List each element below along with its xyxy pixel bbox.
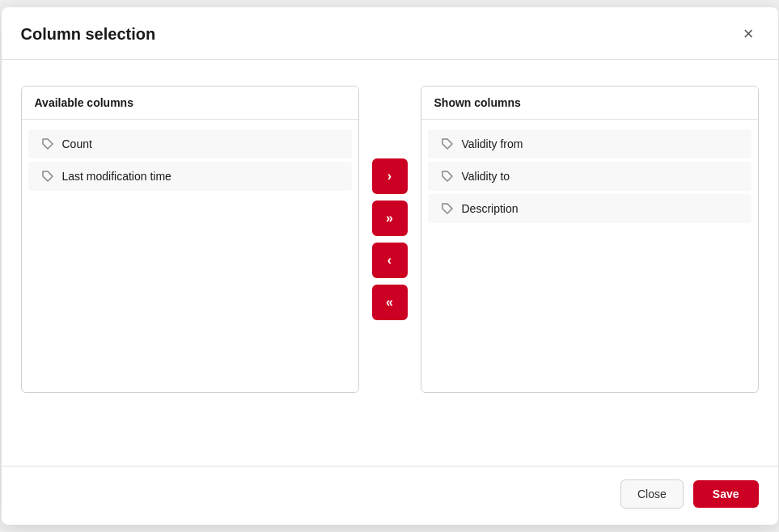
dialog-footer: Close Save — [2, 466, 778, 525]
item-label: Description — [462, 202, 519, 215]
dialog-body: Available columns Count — [2, 60, 778, 466]
move-all-left-button[interactable]: « — [372, 285, 408, 320]
item-label: Validity from — [462, 137, 523, 150]
move-all-right-button[interactable]: » — [372, 201, 408, 236]
dialog-title: Column selection — [21, 25, 156, 44]
tag-icon — [41, 170, 54, 183]
column-selection-dialog: Column selection × Available columns Cou… — [2, 7, 778, 525]
dialog-close-button[interactable]: × — [739, 22, 759, 46]
list-item[interactable]: Validity from — [428, 129, 751, 158]
list-item[interactable]: Validity to — [428, 162, 751, 191]
shown-columns-header: Shown columns — [421, 87, 758, 120]
shown-columns-list: Validity from Validity to — [421, 120, 758, 233]
item-label: Validity to — [462, 170, 510, 183]
tag-icon — [441, 170, 454, 183]
transfer-buttons-group: › » ‹ « — [359, 86, 421, 393]
shown-columns-panel: Shown columns Validity from — [421, 86, 759, 393]
available-columns-list: Count Last modification time — [22, 120, 358, 201]
list-item[interactable]: Description — [428, 194, 751, 223]
tag-icon — [441, 137, 454, 150]
dialog-header: Column selection × — [2, 7, 778, 60]
save-button[interactable]: Save — [693, 480, 759, 508]
list-item[interactable]: Count — [28, 129, 352, 158]
move-left-button[interactable]: ‹ — [372, 243, 408, 278]
list-item[interactable]: Last modification time — [28, 162, 352, 191]
available-columns-panel: Available columns Count — [21, 86, 359, 393]
item-label: Last modification time — [62, 170, 171, 183]
close-button[interactable]: Close — [620, 479, 684, 509]
tag-icon — [41, 137, 54, 150]
available-columns-header: Available columns — [22, 87, 358, 120]
item-label: Count — [62, 137, 92, 150]
tag-icon — [441, 202, 454, 215]
move-right-button[interactable]: › — [372, 158, 408, 194]
